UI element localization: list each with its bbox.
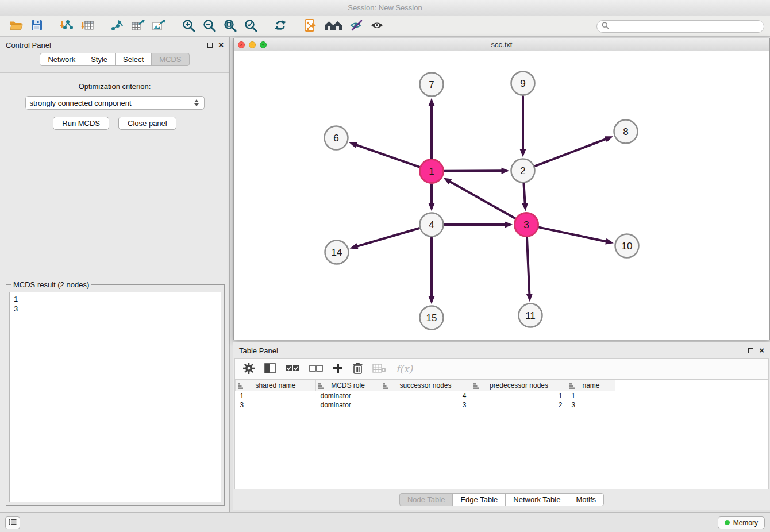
delete-table-button[interactable]	[372, 361, 386, 376]
export-network-button[interactable]	[107, 18, 128, 35]
edge-1-6[interactable]	[356, 145, 419, 167]
table-toolbar: f(x)	[234, 358, 769, 379]
float-table-panel-icon[interactable]	[748, 348, 753, 353]
table-delete-icon	[372, 364, 386, 375]
zoom-selected-icon	[244, 19, 257, 34]
tab-network-table[interactable]: Network Table	[505, 493, 568, 506]
column-header-mcds-role[interactable]: MCDS role	[316, 380, 380, 391]
eye-icon	[370, 20, 384, 32]
minimize-window-icon[interactable]: −	[249, 41, 256, 48]
fx-icon: f(x)	[396, 363, 413, 375]
node-label-2: 2	[520, 165, 525, 176]
column-header-name[interactable]: name	[567, 380, 615, 391]
sort-icon	[473, 383, 479, 391]
network-canvas[interactable]: 7968124314101511	[234, 51, 769, 340]
optimization-label: Optimization criterion:	[0, 82, 229, 91]
export-table-button[interactable]	[128, 18, 148, 35]
table-cell[interactable]: 3	[567, 400, 615, 410]
close-panel-icon[interactable]: ×	[218, 42, 224, 48]
export-image-button[interactable]	[148, 18, 169, 35]
arrowhead-icon	[429, 98, 435, 106]
unselect-all-columns-button[interactable]	[309, 361, 323, 376]
table-cell[interactable]: 3	[236, 400, 316, 410]
tab-edge-table[interactable]: Edge Table	[452, 493, 506, 506]
show-graphics-button[interactable]	[367, 18, 387, 35]
close-window-icon[interactable]: ×	[238, 41, 245, 48]
edge-3-1[interactable]	[450, 182, 515, 218]
zoom-window-icon[interactable]: +	[260, 41, 267, 48]
table-cell[interactable]: 1	[567, 391, 615, 400]
delete-column-button[interactable]	[353, 361, 363, 376]
create-column-button[interactable]	[333, 361, 343, 376]
arrowhead-icon	[349, 142, 357, 148]
network-document-button[interactable]	[300, 18, 321, 35]
save-session-button[interactable]	[26, 18, 47, 35]
tab-node-table[interactable]: Node Table	[399, 493, 453, 506]
edge-2-3[interactable]	[523, 183, 525, 203]
table-cell[interactable]: 1	[471, 391, 567, 400]
column-header-shared-name[interactable]: shared name	[236, 380, 316, 391]
zoom-selected-button[interactable]	[240, 18, 261, 35]
edge-1-2[interactable]	[444, 171, 502, 171]
edge-2-8[interactable]	[535, 139, 606, 166]
arrowhead-icon	[429, 203, 435, 211]
edge-3-10[interactable]	[539, 228, 606, 242]
table-row[interactable]: 1dominator411	[236, 391, 615, 400]
search-input[interactable]	[613, 22, 759, 30]
run-mcds-button[interactable]: Run MCDS	[53, 117, 109, 130]
arrowhead-icon	[522, 203, 528, 211]
edge-4-14[interactable]	[357, 228, 419, 246]
table-settings-button[interactable]	[243, 361, 255, 376]
tab-network[interactable]: Network	[40, 53, 83, 66]
table-cell[interactable]: 1	[236, 391, 316, 400]
close-table-panel-icon[interactable]: ×	[759, 348, 764, 353]
export-table-icon	[131, 19, 145, 33]
node-table: shared nameMCDS rolesuccessor nodesprede…	[234, 379, 769, 489]
zoom-out-button[interactable]	[199, 18, 220, 35]
optimization-dropdown[interactable]: strongly connected component	[25, 96, 205, 110]
sort-icon	[318, 383, 324, 391]
checked-boxes-icon	[286, 365, 299, 373]
table-cell[interactable]: 4	[380, 391, 471, 400]
function-builder-button[interactable]: f(x)	[396, 361, 413, 376]
mcds-panel: Optimization criterion: strongly connect…	[0, 72, 229, 512]
table-row[interactable]: 3dominator323	[236, 400, 615, 410]
edge-3-11[interactable]	[527, 237, 529, 294]
show-columns-button[interactable]	[264, 361, 276, 376]
plus-icon	[333, 363, 343, 375]
mcds-result-list[interactable]: 13	[9, 292, 221, 502]
column-header-predecessor-nodes[interactable]: predecessor nodes	[471, 380, 567, 391]
zoom-fit-button[interactable]	[220, 18, 240, 35]
float-panel-icon[interactable]	[207, 43, 213, 48]
close-panel-button[interactable]: Close panel	[118, 117, 176, 130]
select-all-columns-button[interactable]	[286, 361, 299, 376]
node-label-10: 10	[622, 241, 633, 252]
zoom-in-button[interactable]	[178, 18, 199, 35]
visual-style-button[interactable]	[346, 18, 367, 35]
show-panels-button[interactable]	[5, 516, 20, 529]
node-label-1: 1	[429, 166, 434, 177]
tab-motifs[interactable]: Motifs	[568, 493, 604, 506]
node-label-8: 8	[623, 126, 628, 137]
table-panel-title: Table Panel	[239, 346, 278, 355]
sort-icon	[569, 383, 575, 391]
table-cell[interactable]: dominator	[316, 391, 380, 400]
open-file-button[interactable]	[6, 18, 26, 35]
tab-style[interactable]: Style	[83, 53, 116, 66]
arrowhead-icon	[526, 294, 533, 302]
tab-select[interactable]: Select	[115, 53, 152, 66]
tab-mcds[interactable]: MCDS	[151, 53, 189, 66]
import-network-button[interactable]	[56, 18, 77, 35]
home-layout-button[interactable]	[321, 18, 346, 35]
table-cell[interactable]: dominator	[316, 400, 380, 410]
import-table-button[interactable]	[77, 18, 98, 35]
table-cell[interactable]: 2	[471, 400, 567, 410]
table-cell[interactable]: 3	[380, 400, 471, 410]
visual-style-icon	[349, 19, 363, 33]
refresh-button[interactable]	[270, 18, 291, 35]
arrowhead-icon	[501, 168, 509, 174]
memory-button[interactable]: Memory	[718, 516, 765, 529]
open-folder-icon	[9, 20, 23, 33]
node-label-7: 7	[429, 79, 434, 90]
column-header-successor-nodes[interactable]: successor nodes	[380, 380, 471, 391]
